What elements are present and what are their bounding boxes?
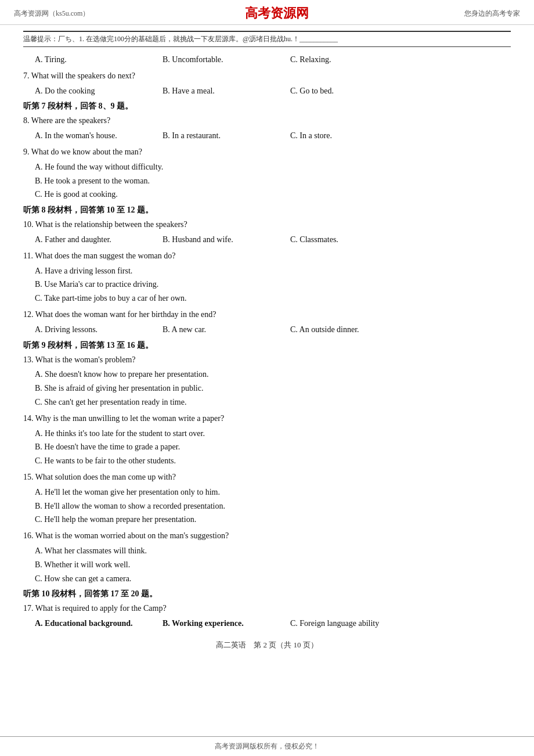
q12-option-b: B. A new car. (163, 323, 290, 337)
copyright-footer: 高考资源网版权所有，侵权必究！ (0, 736, 534, 756)
q8-option-c: C. In a store. (290, 129, 406, 143)
page-header: 高考资源网（ks5u.com） 高考资源网 您身边的高考专家 (0, 0, 534, 25)
q16-block: 16. What is the woman worried about on t… (23, 529, 511, 585)
q7-stem: 7. What will the speakers do next? (23, 69, 511, 83)
q12-block: 12. What does the woman want for her bir… (23, 308, 511, 337)
q16-option-a: A. What her classmates will think. (23, 544, 511, 558)
q15-option-a: A. He'll let the woman give her presenta… (23, 485, 511, 499)
q12-option-c: C. An outside dinner. (290, 323, 406, 337)
q9-stem: 9. What do we know about the man? (23, 145, 511, 159)
header-title: 高考资源网 (245, 5, 309, 22)
q9-block: 9. What do we know about the man? A. He … (23, 145, 511, 201)
section-8: 听第 8 段材料，回答第 10 至 12 题。 (23, 205, 511, 215)
q11-block: 11. What does the man suggest the woman … (23, 249, 511, 305)
q7-option-a: A. Do the cooking (35, 84, 163, 98)
option-b-uncomfortable: B. Uncomfortable. (163, 53, 290, 67)
q11-option-b: B. Use Maria's car to practice driving. (23, 278, 511, 291)
q17-option-b: B. Working experience. (163, 617, 290, 631)
q9-option-a: A. He found the way without difficulty. (23, 160, 511, 174)
q12-stem: 12. What does the woman want for her bir… (23, 308, 511, 322)
q17-option-c: C. Foreign language ability (290, 617, 406, 631)
q15-option-c: C. He'll help the woman prepare her pres… (23, 513, 511, 527)
page-footer: 高二英语 第 2 页（共 10 页） (23, 640, 511, 650)
q11-stem: 11. What does the man suggest the woman … (23, 249, 511, 263)
section-10: 听第 10 段材料，回答第 17 至 20 题。 (23, 589, 511, 599)
q8-block: 8. Where are the speakers? A. In the wom… (23, 114, 511, 143)
q8-option-a: A. In the woman's house. (35, 129, 163, 143)
q13-option-b: B. She is afraid of giving her presentat… (23, 381, 511, 395)
q12-option-a: A. Driving lessons. (35, 323, 163, 337)
q7-option-b: B. Have a meal. (163, 84, 290, 98)
q8-stem: 8. Where are the speakers? (23, 114, 511, 128)
q8-option-b: B. In a restaurant. (163, 129, 290, 143)
q11-option-a: A. Have a driving lesson first. (23, 264, 511, 278)
section-7: 听第 7 段材料，回答 8、9 题。 (23, 101, 511, 111)
q17-option-a: A. Educational background. (35, 617, 163, 631)
section-9: 听第 9 段材料，回答第 13 至 16 题。 (23, 340, 511, 351)
q17-block: 17. What is required to apply for the Ca… (23, 602, 511, 631)
q16-option-c: C. How she can get a camera. (23, 572, 511, 586)
q14-block: 14. Why is the man unwilling to let the … (23, 412, 511, 468)
q10-option-a: A. Father and daughter. (35, 233, 163, 247)
q13-block: 13. What is the woman's problem? A. She … (23, 353, 511, 409)
q16-option-b: B. Whether it will work well. (23, 558, 511, 572)
q15-stem: 15. What solution does the man come up w… (23, 470, 511, 484)
q-tiring-options: A. Tiring. B. Uncomfortable. C. Relaxing… (23, 53, 511, 67)
q9-option-b: B. He took a present to the woman. (23, 174, 511, 188)
main-content: 温馨提示：厂ち、1. 在选做完100分的基础题后，就挑战一下友层源库。@沥堵日批… (0, 25, 534, 736)
q14-option-b: B. He doesn't have the time to grade a p… (23, 440, 511, 454)
q10-block: 10. What is the relationship between the… (23, 218, 511, 247)
q10-stem: 10. What is the relationship between the… (23, 218, 511, 232)
q9-option-c: C. He is good at cooking. (23, 188, 511, 201)
q13-option-a: A. She doesn't know how to prepare her p… (23, 368, 511, 381)
q14-option-a: A. He thinks it's too late for the stude… (23, 427, 511, 441)
q14-stem: 14. Why is the man unwilling to let the … (23, 412, 511, 426)
q17-stem: 17. What is required to apply for the Ca… (23, 602, 511, 615)
q7-block: 7. What will the speakers do next? A. Do… (23, 69, 511, 98)
q14-option-c: C. He wants to be fair to the other stud… (23, 454, 511, 468)
q13-stem: 13. What is the woman's problem? (23, 353, 511, 367)
option-c-relaxing: C. Relaxing. (290, 53, 406, 67)
q13-option-c: C. She can't get her presentation ready … (23, 395, 511, 409)
option-a-tiring: A. Tiring. (35, 53, 163, 67)
q7-option-c: C. Go to bed. (290, 84, 406, 98)
q15-option-b: B. He'll allow the woman to show a recor… (23, 499, 511, 513)
q11-option-c: C. Take part-time jobs to buy a car of h… (23, 291, 511, 305)
q16-stem: 16. What is the woman worried about on t… (23, 529, 511, 543)
q10-option-c: C. Classmates. (290, 233, 406, 247)
q10-option-b: B. Husband and wife. (163, 233, 290, 247)
header-left: 高考资源网（ks5u.com） (14, 9, 89, 19)
tip-bar: 温馨提示：厂ち、1. 在选做完100分的基础题后，就挑战一下友层源库。@沥堵日批… (23, 31, 511, 47)
q15-block: 15. What solution does the man come up w… (23, 470, 511, 527)
header-right: 您身边的高考专家 (464, 9, 520, 19)
